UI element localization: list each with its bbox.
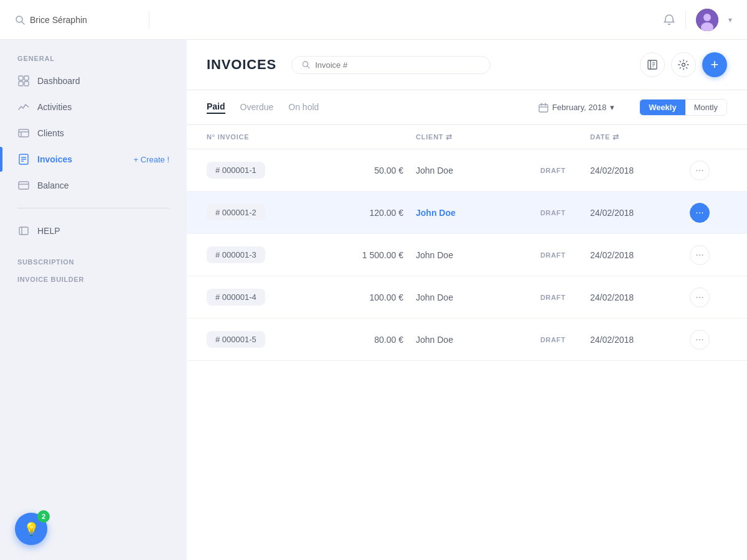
table-row: # 000001-1 50.00 € John Doe DRAFT 24/02/… [187,149,747,192]
more-actions: ··· [690,203,727,223]
status-badge: DRAFT [540,251,590,259]
sidebar-item-help[interactable]: HELP [10,218,177,243]
invoice-date: 24/02/2018 [590,166,690,175]
svg-rect-9 [19,129,29,137]
sidebar-item-balance-label: Balance [37,180,69,190]
sidebar-item-help-label: HELP [37,226,60,236]
avatar[interactable] [696,9,718,31]
sidebar-item-clients-label: Clients [37,128,64,138]
subscription-label[interactable]: SUBSCRIPTION [10,253,177,271]
user-chevron-icon[interactable]: ▾ [728,16,732,24]
svg-line-1 [22,22,24,24]
fab-badge: 2 [37,510,50,523]
invoice-date: 24/02/2018 [590,335,690,345]
settings-icon-btn[interactable] [671,52,696,77]
book-icon-btn[interactable] [640,52,665,77]
svg-rect-5 [19,76,23,80]
date-filter-label: February, 2018 [552,103,606,112]
activities-icon [17,101,30,113]
table-header: N° INVOICE CLIENT ⇄ DATE ⇄ [187,125,747,149]
invoice-amount: 80.00 € [331,335,416,345]
table-row: # 000001-4 100.00 € John Doe DRAFT 24/02… [187,276,747,319]
general-section-label: GENERAL [10,55,177,62]
invoice-amount: 120.00 € [331,208,416,218]
client-name: John Doe [416,292,540,302]
filter-tab-onhold[interactable]: On hold [288,102,319,113]
invoice-amount: 50.00 € [331,166,416,175]
create-invoice-btn[interactable]: + Create ! [134,155,169,164]
filter-bar: Paid Overdue On hold February, 2018 ▾ We… [187,90,747,125]
svg-rect-27 [539,105,548,112]
invoice-search-area [291,56,491,74]
sidebar-item-balance[interactable]: Balance [10,173,177,198]
sidebar-item-dashboard[interactable]: Dashboard [10,68,177,93]
invoice-date: 24/02/2018 [590,292,690,302]
svg-rect-16 [19,182,29,189]
main-content: INVOICES [187,40,747,560]
filter-tab-overdue[interactable]: Overdue [240,102,274,113]
more-actions: ··· [690,245,727,265]
header-divider [685,10,686,30]
date-filter-chevron: ▾ [610,103,614,112]
sidebar: GENERAL Dashboard Activities [0,40,187,560]
global-search-input[interactable] [30,15,139,25]
invoice-search-input[interactable] [315,60,480,70]
table-area: # 000001-1 50.00 € John Doe DRAFT 24/02/… [187,149,747,560]
sidebar-item-activities[interactable]: Activities [10,95,177,119]
calendar-icon [538,103,548,113]
header-actions: + [640,52,727,77]
period-btn-monthly[interactable]: Montly [685,100,726,115]
balance-icon [17,179,30,192]
sidebar-item-dashboard-label: Dashboard [37,76,80,86]
invoice-amount: 1 500.00 € [331,250,416,260]
add-invoice-btn[interactable]: + [702,52,727,77]
fab-button[interactable]: 💡 2 [15,513,47,545]
invoice-builder-label[interactable]: INVOICE BUILDER [10,271,177,288]
col-client[interactable]: CLIENT ⇄ [416,133,540,141]
invoice-id: # 000001-2 [207,204,331,221]
clients-icon [17,127,30,139]
svg-rect-8 [24,82,29,86]
invoice-date: 24/02/2018 [590,208,690,218]
filter-tab-paid[interactable]: Paid [207,101,225,114]
more-actions: ··· [690,161,727,180]
more-btn[interactable]: ··· [690,161,710,180]
svg-point-26 [682,63,685,67]
period-btn-weekly[interactable]: Weekly [640,100,685,115]
date-filter[interactable]: February, 2018 ▾ [538,103,614,113]
more-actions: ··· [690,287,727,307]
client-name-highlight: John Doe [416,208,540,218]
invoice-id: # 000001-5 [207,331,331,348]
table-row: # 000001-2 120.00 € John Doe DRAFT 24/02… [187,192,747,234]
more-btn-active[interactable]: ··· [690,203,710,223]
more-btn[interactable]: ··· [690,330,710,350]
notification-bell-icon[interactable] [663,14,675,26]
more-btn[interactable]: ··· [690,287,710,307]
col-invoice-number: N° INVOICE [207,133,331,141]
svg-rect-7 [19,82,23,86]
page-title: INVOICES [207,57,276,73]
invoice-id: # 000001-1 [207,162,331,179]
invoice-amount: 100.00 € [331,292,416,302]
col-date[interactable]: DATE ⇄ [590,133,690,141]
fab-icon: 💡 [24,521,39,536]
sidebar-divider [17,208,169,208]
sidebar-item-invoices[interactable]: Invoices + Create ! [10,147,177,172]
sidebar-item-invoices-label: Invoices [37,154,72,164]
invoices-icon [17,153,30,166]
invoice-id: # 000001-4 [207,289,331,306]
status-badge: DRAFT [540,167,590,174]
table-row: # 000001-5 80.00 € John Doe DRAFT 24/02/… [187,319,747,361]
top-header: ▾ [0,0,747,40]
search-icon [15,15,25,25]
sidebar-item-clients[interactable]: Clients [10,121,177,146]
svg-line-21 [308,66,309,68]
more-btn[interactable]: ··· [690,245,710,265]
invoice-search-icon [302,60,310,69]
status-badge: DRAFT [540,209,590,217]
status-badge: DRAFT [540,294,590,301]
search-area [15,11,663,29]
invoice-id: # 000001-3 [207,246,331,263]
client-sort-icon: ⇄ [446,133,453,141]
date-sort-icon: ⇄ [613,133,619,141]
